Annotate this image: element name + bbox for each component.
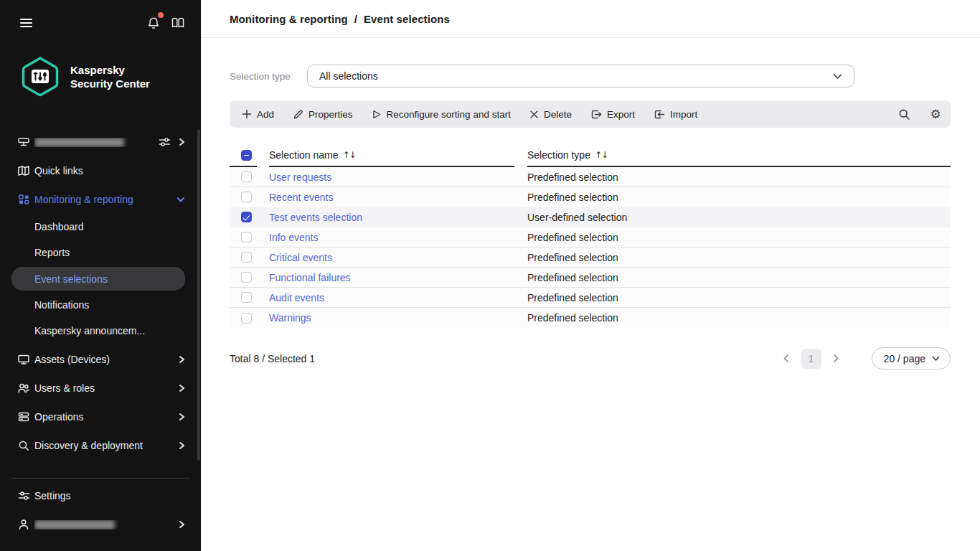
add-button[interactable]: Add (232, 100, 283, 128)
selection-type-value: Predefined selection (527, 312, 618, 324)
row-checkbox[interactable] (241, 192, 252, 202)
total-selected-count: Total 8 / Selected 1 (230, 353, 315, 364)
column-selection-type[interactable]: Selection type ↑↓ (527, 144, 951, 167)
users-roles-label: Users & roles (34, 382, 178, 394)
row-checkbox[interactable] (241, 292, 252, 303)
selection-name-link[interactable]: Audit events (269, 292, 324, 303)
breadcrumb: Monitoring & reporting/Event selections (230, 13, 450, 25)
help-book-icon[interactable] (169, 14, 187, 32)
table-header: Selection name ↑↓ Selection type ↑↓ (230, 144, 951, 167)
user-account-icon (17, 518, 30, 531)
sidebar-item-server[interactable] (0, 128, 201, 156)
delete-label: Delete (544, 109, 572, 120)
sort-arrows-icon[interactable]: ↑↓ (343, 150, 356, 160)
selection-name-link[interactable]: Info events (269, 232, 319, 243)
table-row: Functional failures Predefined selection (230, 268, 951, 288)
notification-badge-dot (158, 12, 164, 18)
server-settings-sliders-icon[interactable] (159, 136, 171, 148)
chevron-right-icon[interactable] (178, 355, 185, 364)
selection-type-value: Predefined selection (527, 292, 618, 303)
sidebar-item-settings[interactable]: Settings (0, 481, 201, 510)
sidebar-item-dashboard[interactable]: Dashboard (0, 214, 201, 240)
row-checkbox[interactable] (241, 272, 252, 283)
previous-page-chevron-icon[interactable] (778, 350, 795, 367)
selection-type-header-label: Selection type (527, 149, 590, 161)
server-icon (17, 136, 30, 149)
sort-arrows-icon[interactable]: ↑↓ (595, 150, 608, 160)
hamburger-menu-icon[interactable] (17, 14, 34, 32)
sidebar-divider (11, 478, 189, 479)
selection-name-link[interactable]: Critical events (269, 252, 332, 263)
selection-name-link[interactable]: User requests (269, 171, 331, 183)
sidebar-item-account[interactable] (0, 510, 201, 539)
sidebar-item-discovery-deployment[interactable]: Discovery & deployment (0, 431, 201, 460)
sidebar-item-assets-devices[interactable]: Assets (Devices) (0, 345, 201, 374)
notifications-bell-icon[interactable] (145, 14, 162, 32)
event-selections-label: Event selections (34, 273, 108, 285)
selection-type-label: Selection type (230, 71, 293, 82)
sidebar-item-monitoring-reporting[interactable]: Monitoring & reporting (0, 185, 201, 214)
search-icon (17, 439, 30, 452)
sidebar-item-notifications[interactable]: Notifications (0, 292, 201, 318)
breadcrumb-parent[interactable]: Monitoring & reporting (230, 13, 348, 25)
sidebar-item-operations[interactable]: Operations (0, 402, 201, 431)
import-button[interactable]: Import (644, 100, 707, 128)
app-logo: Kaspersky Security Center (0, 46, 201, 98)
row-checkbox[interactable] (241, 232, 252, 242)
reconfigure-label: Reconfigure sorting and start (387, 109, 511, 120)
pencil-icon (293, 109, 303, 120)
header-checkbox-cell (230, 144, 257, 167)
selection-type-value: All selections (319, 70, 833, 82)
selection-type-value: Predefined selection (527, 272, 618, 283)
row-checkbox[interactable] (241, 212, 252, 222)
row-checkbox[interactable] (241, 252, 252, 263)
table-row: Audit events Predefined selection (230, 288, 951, 308)
selection-type-dropdown[interactable]: All selections (307, 65, 854, 88)
quick-links-label: Quick links (34, 165, 185, 176)
sidebar-item-kaspersky-announcements[interactable]: Kaspersky announcem... (0, 318, 201, 344)
table-row-selected: Test events selection User-defined selec… (230, 207, 951, 227)
selection-name-link[interactable]: Functional failures (269, 272, 351, 283)
chevron-right-icon[interactable] (178, 384, 185, 392)
chevron-right-icon[interactable] (178, 441, 185, 450)
selection-name-link[interactable]: Recent events (269, 192, 334, 203)
reports-label: Reports (34, 247, 70, 258)
selection-type-value: Predefined selection (527, 171, 618, 183)
chevron-down-icon[interactable] (176, 196, 185, 203)
sidebar-item-event-selections[interactable]: Event selections (11, 267, 185, 291)
search-icon[interactable] (897, 107, 911, 121)
row-checkbox[interactable] (241, 171, 252, 182)
table-row: Info events Predefined selection (230, 227, 951, 248)
gear-icon[interactable]: ⚙ (928, 107, 943, 121)
sidebar-item-users-roles[interactable]: Users & roles (0, 374, 201, 402)
sidebar-item-reports[interactable]: Reports (0, 240, 201, 265)
sidebar-item-quick-links[interactable]: Quick links (0, 156, 201, 185)
server-name-redacted (34, 138, 159, 147)
next-page-chevron-icon[interactable] (828, 350, 845, 367)
export-button[interactable]: Export (581, 100, 644, 128)
sidebar-top-bar (0, 0, 201, 46)
column-selection-name[interactable]: Selection name ↑↓ (269, 144, 514, 167)
page-size-dropdown[interactable]: 20 / page (872, 347, 951, 369)
brand-line1: Kaspersky (70, 63, 150, 77)
selection-type-value: Predefined selection (527, 252, 618, 263)
brand-name: Kaspersky Security Center (70, 63, 150, 90)
chevron-right-icon[interactable] (178, 138, 185, 146)
breadcrumb-current: Event selections (364, 13, 450, 25)
selection-name-link[interactable]: Test events selection (269, 212, 362, 223)
table-toolbar: Add Properties Reconfigure sorting and s… (230, 100, 951, 128)
row-checkbox[interactable] (241, 313, 252, 324)
sidebar-scrollbar[interactable] (197, 129, 200, 461)
chevron-right-icon[interactable] (178, 413, 185, 421)
selection-type-value: User-defined selection (527, 212, 627, 223)
table-row: Critical events Predefined selection (230, 248, 951, 268)
reconfigure-sorting-button[interactable]: Reconfigure sorting and start (362, 100, 520, 128)
delete-button[interactable]: Delete (520, 100, 581, 128)
selection-name-link[interactable]: Warnings (269, 312, 311, 324)
select-all-checkbox[interactable] (241, 150, 252, 161)
breadcrumb-separator: / (354, 13, 357, 25)
properties-button[interactable]: Properties (283, 100, 362, 128)
chevron-right-icon[interactable] (178, 520, 185, 529)
table-row: Warnings Predefined selection (230, 308, 951, 328)
page-number-button[interactable]: 1 (801, 349, 821, 369)
